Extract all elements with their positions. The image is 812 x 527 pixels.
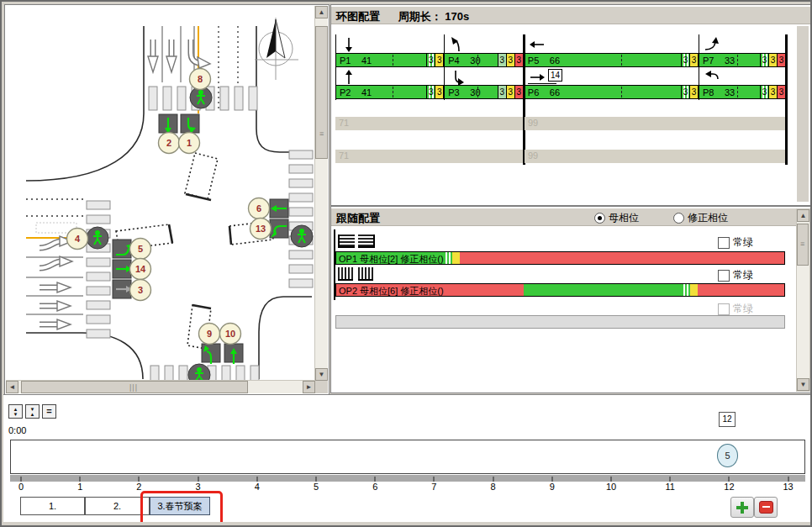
ring-panel-title: 环图配置: [336, 10, 380, 23]
signal-number-6: 6: [256, 203, 261, 213]
map-vertical-scrollbar[interactable]: ▲ ≡ ▼: [314, 6, 328, 381]
phase-arrow-p5-left-icon: [528, 35, 546, 54]
op-segment-yellow: [452, 252, 460, 264]
intersection-map[interactable]: 82145143613910: [6, 6, 315, 381]
signal-number-5: 5: [138, 244, 143, 254]
op2-label: OP2 母相位[6] 修正相位(): [339, 285, 444, 298]
follow-vscroll-thumb[interactable]: ≡: [797, 224, 809, 266]
op-segment-red: [460, 252, 784, 264]
op-segment-flash: [682, 284, 690, 296]
phase-bar-p3[interactable]: P330333: [444, 85, 524, 99]
scroll-down-icon[interactable]: ▼: [797, 378, 809, 391]
scale-label-4: 4: [255, 482, 260, 492]
cycle-length-label: 周期长：: [398, 10, 442, 23]
scroll-right-icon[interactable]: ►: [303, 381, 315, 393]
phase-bar-p7[interactable]: P733333: [699, 53, 786, 67]
phase-bar-p6[interactable]: P66633: [524, 85, 699, 99]
phase-segment-flash[interactable]: 3: [760, 54, 768, 66]
op1-follow-bar[interactable]: OP1 母相位[2] 修正相位(): [335, 251, 785, 265]
phase-bar-p5[interactable]: P56633: [524, 53, 699, 67]
phase-segment-yellow[interactable]: 3: [506, 54, 514, 66]
checkbox-icon: [718, 303, 730, 315]
timeline-marker-box[interactable]: 12: [719, 412, 736, 427]
timeline-marker-circle[interactable]: 5: [717, 444, 738, 467]
op2-follow-bar[interactable]: OP2 母相位[6] 修正相位(): [335, 283, 785, 297]
plan-tab-1[interactable]: 1.: [20, 497, 85, 515]
signal-number-2: 2: [166, 138, 171, 148]
radio-selected-icon[interactable]: [594, 213, 605, 224]
checkbox-icon[interactable]: [718, 237, 730, 249]
cycle-length-value: 170s: [445, 10, 469, 23]
phase-segment-red[interactable]: 3: [514, 54, 523, 66]
phase-segment-flash[interactable]: 3: [681, 86, 689, 98]
map-horizontal-scrollbar[interactable]: ◄ ||| ►: [6, 380, 315, 393]
phase-segment-pale[interactable]: 3: [498, 54, 506, 66]
scale-label-1: 1: [77, 482, 82, 492]
scale-label-0: 0: [18, 482, 24, 492]
radio-corrected-phase[interactable]: 修正相位: [673, 211, 728, 225]
add-plan-button[interactable]: [730, 497, 754, 518]
phase-segment-yellow[interactable]: 3: [506, 86, 514, 98]
signal-number-8: 8: [198, 74, 203, 84]
empty-follow-slot: [335, 315, 785, 329]
follow-vertical-scrollbar[interactable]: ▲ ≡ ▼: [796, 208, 810, 392]
scale-label-10: 10: [606, 482, 616, 492]
road-edges: [26, 26, 312, 379]
ring-separator: [699, 34, 699, 100]
phase-segment-yellow[interactable]: 3: [689, 54, 698, 66]
phase-segment-yellow[interactable]: 3: [768, 86, 777, 98]
phase-bar-p2[interactable]: P24133: [335, 85, 444, 99]
phase-segment-yellow[interactable]: 3: [768, 54, 777, 66]
ring-separator: [444, 34, 445, 100]
phase-segment-red[interactable]: 3: [777, 54, 785, 66]
phase-segment-flash[interactable]: 3: [760, 86, 768, 98]
phase-segment-yellow[interactable]: 3: [435, 54, 443, 66]
radio-unselected-icon[interactable]: [673, 213, 684, 224]
timeline-ruler-strip[interactable]: [10, 475, 805, 482]
timeline-start-time: 0:00: [8, 425, 26, 435]
crosswalk-west: [87, 201, 110, 338]
phase-arrow-p8-turn-icon: [703, 68, 721, 87]
timeline-track[interactable]: [10, 440, 805, 474]
op-segment-yellow: [690, 284, 698, 296]
phase-arrow-p7-turn-icon: [703, 35, 721, 54]
phase-segment-yellow[interactable]: 3: [689, 86, 698, 98]
scale-label-7: 7: [431, 482, 436, 492]
phase-segment-flash[interactable]: 3: [426, 86, 435, 98]
phase-segment-flash[interactable]: 3: [426, 54, 435, 66]
phase-segment-red[interactable]: 3: [514, 86, 523, 98]
scroll-up-icon[interactable]: ▲: [315, 6, 328, 18]
remove-plan-button[interactable]: [754, 497, 778, 518]
map-vscroll-thumb[interactable]: ≡: [315, 26, 328, 159]
signal-number-13: 13: [256, 224, 266, 234]
evergreen-checkbox-2[interactable]: 常绿: [718, 268, 753, 282]
inactive-ring-segment: 71: [335, 117, 523, 130]
checkbox-icon[interactable]: [718, 270, 730, 282]
equalize-button[interactable]: =: [42, 404, 56, 419]
scroll-left-icon[interactable]: ◄: [6, 381, 18, 393]
radio-mother-phase[interactable]: 母相位: [594, 211, 639, 225]
phase-segment-yellow[interactable]: 3: [435, 86, 443, 98]
scroll-up-icon[interactable]: ▲: [797, 209, 809, 222]
phase-segment-flash[interactable]: 3: [681, 54, 689, 66]
scroll-down-icon[interactable]: ▼: [315, 368, 328, 381]
collapse-rows-button[interactable]: ▼▲: [25, 404, 40, 419]
expand-rows-button[interactable]: ▲▼: [8, 404, 23, 419]
barrier-line: [785, 34, 788, 165]
phase-bar-p8[interactable]: P833333: [699, 85, 786, 99]
phase-segment-pale[interactable]: 3: [498, 86, 506, 98]
phase-bar-p4[interactable]: P430333: [444, 53, 524, 67]
phase-arrow-p4-turn-icon: [448, 35, 467, 54]
p6-marker-badge[interactable]: 14: [548, 69, 562, 82]
evergreen-checkbox-1[interactable]: 常绿: [718, 235, 753, 250]
phase-segment-red[interactable]: 3: [777, 86, 785, 98]
phase-bar-p1[interactable]: P14133: [335, 53, 444, 67]
follow-panel-header: 跟随配置: [331, 208, 812, 226]
scale-label-5: 5: [314, 482, 319, 492]
scale-label-2: 2: [136, 482, 141, 492]
op-segment-green: [524, 284, 682, 296]
signal-number-14: 14: [135, 264, 146, 274]
p6-underline: [528, 83, 556, 84]
map-hscroll-thumb[interactable]: |||: [21, 381, 248, 393]
barrier-line: [523, 34, 525, 165]
